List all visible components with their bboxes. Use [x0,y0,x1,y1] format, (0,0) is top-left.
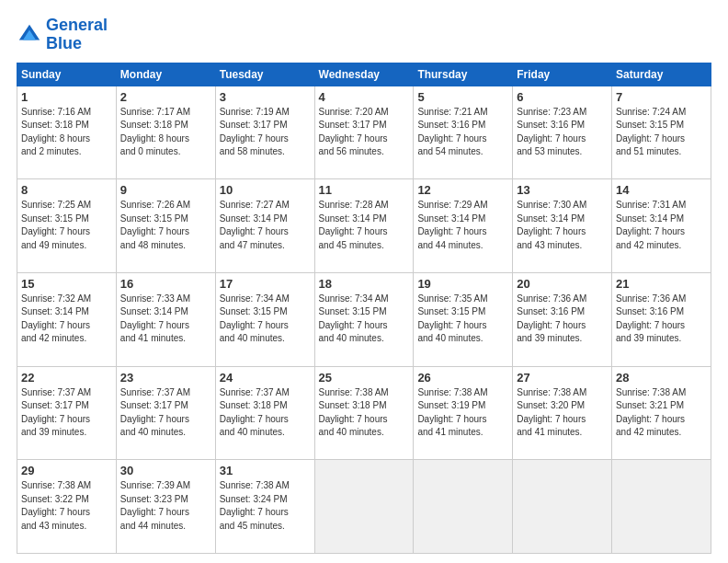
logo: General Blue [17,17,108,53]
day-info: Sunrise: 7:26 AMSunset: 3:15 PMDaylight:… [120,199,211,252]
day-info: Sunrise: 7:38 AMSunset: 3:19 PMDaylight:… [417,386,508,440]
day-cell: 27Sunrise: 7:38 AMSunset: 3:20 PMDayligh… [513,366,612,460]
day-number: 4 [319,90,410,104]
day-info: Sunrise: 7:17 AMSunset: 3:18 PMDaylight:… [120,106,211,159]
day-info: Sunrise: 7:38 AMSunset: 3:22 PMDaylight:… [21,479,112,533]
header-wednesday: Wednesday [314,63,414,86]
day-number: 29 [21,464,112,477]
day-cell: 13Sunrise: 7:30 AMSunset: 3:14 PMDayligh… [513,179,612,273]
day-cell: 24Sunrise: 7:37 AMSunset: 3:18 PMDayligh… [215,366,314,460]
day-info: Sunrise: 7:20 AMSunset: 3:17 PMDaylight:… [319,106,410,159]
day-info: Sunrise: 7:24 AMSunset: 3:15 PMDaylight:… [616,106,707,159]
day-cell: 18Sunrise: 7:34 AMSunset: 3:15 PMDayligh… [314,272,414,366]
header-monday: Monday [116,63,215,86]
header-tuesday: Tuesday [215,63,314,86]
day-cell: 31Sunrise: 7:38 AMSunset: 3:24 PMDayligh… [215,460,314,554]
calendar: SundayMondayTuesdayWednesdayThursdayFrid… [17,63,711,554]
week-row-5: 29Sunrise: 7:38 AMSunset: 3:22 PMDayligh… [17,460,711,554]
day-info: Sunrise: 7:19 AMSunset: 3:17 PMDaylight:… [220,106,311,159]
header-friday: Friday [513,63,612,86]
day-number: 30 [120,464,211,477]
day-info: Sunrise: 7:30 AMSunset: 3:14 PMDaylight:… [517,199,608,252]
day-cell: 25Sunrise: 7:38 AMSunset: 3:18 PMDayligh… [314,366,414,460]
day-info: Sunrise: 7:34 AMSunset: 3:15 PMDaylight:… [319,293,410,346]
day-number: 15 [21,277,112,291]
logo-text: General Blue [46,17,108,53]
day-number: 22 [21,371,112,385]
day-cell: 16Sunrise: 7:33 AMSunset: 3:14 PMDayligh… [116,272,215,366]
day-number: 28 [616,371,707,385]
day-cell: 19Sunrise: 7:35 AMSunset: 3:15 PMDayligh… [414,272,513,366]
week-row-1: 1Sunrise: 7:16 AMSunset: 3:18 PMDaylight… [17,86,711,179]
day-info: Sunrise: 7:38 AMSunset: 3:24 PMDaylight:… [220,479,311,533]
day-info: Sunrise: 7:37 AMSunset: 3:18 PMDaylight:… [220,386,311,440]
day-number: 26 [417,371,508,385]
day-info: Sunrise: 7:34 AMSunset: 3:15 PMDaylight:… [220,293,311,346]
day-number: 13 [517,183,608,197]
day-number: 2 [120,90,211,104]
day-info: Sunrise: 7:35 AMSunset: 3:15 PMDaylight:… [417,293,508,346]
day-cell [513,460,612,554]
day-number: 8 [21,183,112,197]
day-number: 14 [616,183,707,197]
day-cell: 9Sunrise: 7:26 AMSunset: 3:15 PMDaylight… [116,179,215,273]
day-cell: 1Sunrise: 7:16 AMSunset: 3:18 PMDaylight… [17,86,117,179]
day-number: 5 [417,90,508,104]
day-cell: 5Sunrise: 7:21 AMSunset: 3:16 PMDaylight… [414,86,513,179]
day-cell: 20Sunrise: 7:36 AMSunset: 3:16 PMDayligh… [513,272,612,366]
day-number: 16 [120,277,211,291]
day-cell: 7Sunrise: 7:24 AMSunset: 3:15 PMDaylight… [612,86,711,179]
day-number: 12 [417,183,508,197]
header: General Blue [17,17,711,53]
day-number: 17 [220,277,311,291]
day-number: 20 [517,277,608,291]
day-info: Sunrise: 7:36 AMSunset: 3:16 PMDaylight:… [616,293,707,346]
day-info: Sunrise: 7:23 AMSunset: 3:16 PMDaylight:… [517,106,608,159]
day-number: 25 [319,371,410,385]
day-info: Sunrise: 7:21 AMSunset: 3:16 PMDaylight:… [417,106,508,159]
day-cell: 23Sunrise: 7:37 AMSunset: 3:17 PMDayligh… [116,366,215,460]
day-number: 10 [220,183,311,197]
day-info: Sunrise: 7:29 AMSunset: 3:14 PMDaylight:… [417,199,508,252]
day-number: 11 [319,183,410,197]
day-cell: 17Sunrise: 7:34 AMSunset: 3:15 PMDayligh… [215,272,314,366]
day-cell [612,460,711,554]
header-sunday: Sunday [17,63,117,86]
day-cell: 11Sunrise: 7:28 AMSunset: 3:14 PMDayligh… [314,179,414,273]
day-number: 23 [120,371,211,385]
header-thursday: Thursday [414,63,513,86]
day-info: Sunrise: 7:27 AMSunset: 3:14 PMDaylight:… [220,199,311,252]
day-info: Sunrise: 7:33 AMSunset: 3:14 PMDaylight:… [120,293,211,346]
day-number: 3 [220,90,311,104]
day-info: Sunrise: 7:25 AMSunset: 3:15 PMDaylight:… [21,199,112,252]
page: General Blue SundayMondayTuesdayWednesda… [0,0,728,563]
week-row-4: 22Sunrise: 7:37 AMSunset: 3:17 PMDayligh… [17,366,711,460]
day-info: Sunrise: 7:16 AMSunset: 3:18 PMDaylight:… [21,106,112,159]
day-cell: 10Sunrise: 7:27 AMSunset: 3:14 PMDayligh… [215,179,314,273]
day-number: 27 [517,371,608,385]
day-info: Sunrise: 7:28 AMSunset: 3:14 PMDaylight:… [319,199,410,252]
day-cell [314,460,414,554]
calendar-header-row: SundayMondayTuesdayWednesdayThursdayFrid… [17,63,711,86]
day-number: 24 [220,371,311,385]
day-info: Sunrise: 7:36 AMSunset: 3:16 PMDaylight:… [517,293,608,346]
day-info: Sunrise: 7:38 AMSunset: 3:21 PMDaylight:… [616,386,707,440]
day-number: 9 [120,183,211,197]
day-cell: 8Sunrise: 7:25 AMSunset: 3:15 PMDaylight… [17,179,117,273]
day-cell: 3Sunrise: 7:19 AMSunset: 3:17 PMDaylight… [215,86,314,179]
day-info: Sunrise: 7:32 AMSunset: 3:14 PMDaylight:… [21,293,112,346]
logo-icon [17,22,42,48]
day-info: Sunrise: 7:39 AMSunset: 3:23 PMDaylight:… [120,479,211,533]
day-cell: 12Sunrise: 7:29 AMSunset: 3:14 PMDayligh… [414,179,513,273]
day-number: 1 [21,90,112,104]
day-info: Sunrise: 7:38 AMSunset: 3:20 PMDaylight:… [517,386,608,440]
day-cell: 22Sunrise: 7:37 AMSunset: 3:17 PMDayligh… [17,366,117,460]
day-info: Sunrise: 7:37 AMSunset: 3:17 PMDaylight:… [21,386,112,440]
day-cell: 21Sunrise: 7:36 AMSunset: 3:16 PMDayligh… [612,272,711,366]
day-cell [414,460,513,554]
day-info: Sunrise: 7:38 AMSunset: 3:18 PMDaylight:… [319,386,410,440]
day-number: 18 [319,277,410,291]
day-info: Sunrise: 7:37 AMSunset: 3:17 PMDaylight:… [120,386,211,440]
day-number: 6 [517,90,608,104]
day-number: 21 [616,277,707,291]
